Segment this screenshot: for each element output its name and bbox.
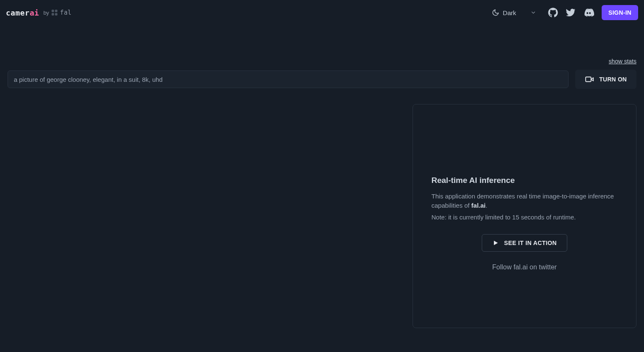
brand: camerai by fal [6, 8, 71, 17]
moon-icon [492, 9, 499, 16]
logo-part2: ai [30, 8, 39, 17]
left-pane [8, 104, 396, 328]
card-note: Note: it is currently limited to 15 seco… [431, 213, 618, 222]
nav-right: Dark SIGN-IN [488, 5, 638, 20]
by-label: by [43, 10, 49, 16]
card-desc: This application demonstrates real time … [431, 192, 618, 210]
show-stats-link[interactable]: show stats [609, 58, 636, 65]
camera-icon [585, 75, 594, 84]
logo[interactable]: camerai [6, 8, 39, 17]
theme-label: Dark [503, 9, 516, 16]
svg-rect-0 [586, 77, 591, 82]
github-icon[interactable] [548, 8, 558, 18]
fal-name: fal [60, 9, 71, 16]
turn-on-label: TURN ON [599, 76, 627, 83]
chevron-down-icon [530, 10, 536, 16]
see-it-in-action-button[interactable]: SEE IT IN ACTION [482, 234, 567, 252]
card-title: Real-time AI inference [431, 176, 618, 185]
logo-part1: camer [6, 8, 30, 17]
prompt-row: TURN ON [0, 65, 644, 89]
svg-marker-2 [494, 241, 498, 245]
by-label-wrap: by fal [43, 9, 71, 16]
card-desc-suffix: . [486, 202, 487, 209]
twitter-icon[interactable] [566, 8, 576, 18]
action-label: SEE IT IN ACTION [504, 240, 557, 246]
discord-icon[interactable] [583, 7, 594, 18]
card-desc-prefix: This application demonstrates real time … [431, 193, 614, 209]
info-card: Real-time AI inference This application … [413, 104, 636, 328]
fal-brand[interactable]: fal [52, 9, 71, 16]
theme-select[interactable]: Dark [488, 6, 540, 19]
main-area: Real-time AI inference This application … [0, 89, 644, 328]
prompt-input[interactable] [8, 70, 569, 88]
turn-on-button[interactable]: TURN ON [575, 70, 636, 89]
signin-button[interactable]: SIGN-IN [602, 5, 638, 20]
header: camerai by fal Dark SIG [0, 0, 644, 25]
card-desc-brand: fal.ai [471, 202, 486, 209]
stats-row: show stats [0, 25, 644, 65]
follow-twitter-link[interactable]: Follow fal.ai on twitter [431, 263, 618, 271]
play-icon [492, 240, 499, 246]
fal-dots-icon [52, 10, 57, 16]
